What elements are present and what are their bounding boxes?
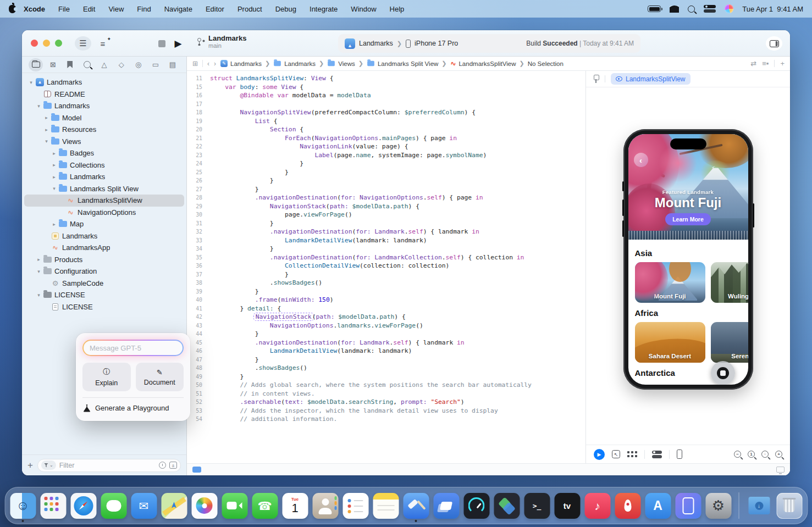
code-line[interactable]: 48 .showsBadges(): [187, 364, 585, 373]
dock-shortcuts-icon[interactable]: [494, 493, 520, 519]
coding-assistant-button[interactable]: ≡: [96, 36, 110, 51]
code-line[interactable]: 30 page.viewForPage(): [187, 210, 585, 219]
navigator-tab-breakpoints[interactable]: ▭: [148, 58, 163, 71]
disclosure-down-icon[interactable]: ▾: [27, 80, 35, 85]
code-line[interactable]: 15 var body: some View {: [187, 83, 585, 92]
run-destination[interactable]: iPhone 17 Pro: [415, 40, 458, 47]
tree-item-views[interactable]: ▾Views: [24, 136, 184, 148]
navigator-tab-find[interactable]: [80, 58, 94, 71]
disclosure-right-icon[interactable]: ▸: [51, 151, 58, 156]
siri-icon[interactable]: [725, 4, 733, 13]
dock-terminal-icon[interactable]: >_: [524, 493, 550, 519]
zoom-in-button[interactable]: +: [775, 451, 782, 458]
display-icon[interactable]: [776, 467, 785, 473]
apple-menu-icon[interactable]: [9, 5, 16, 13]
tree-item-readme[interactable]: README: [24, 88, 184, 101]
tree-item-license[interactable]: LICENSE: [24, 301, 184, 313]
landmark-card-wulingyuan[interactable]: Wulingyuan: [711, 262, 748, 303]
project-status[interactable]: Landmarks main: [197, 34, 246, 49]
dock-simulator-icon[interactable]: [675, 493, 701, 519]
code-line[interactable]: 45 .navigationDestination(for: Landmark.…: [187, 339, 585, 347]
code-line[interactable]: 38 .showsBadges(): [187, 279, 585, 287]
tree-item-configuration[interactable]: ▾Configuration: [24, 265, 184, 278]
dock-maps-icon[interactable]: [161, 493, 187, 519]
code-line[interactable]: 29 NavigationStack(path: $modelData.path…: [187, 202, 585, 211]
tree-item-landmarksapp[interactable]: ∿LandmarksApp: [24, 242, 184, 254]
menu-item-help[interactable]: Help: [384, 4, 410, 14]
breadcrumb-item-2[interactable]: Views: [327, 60, 355, 67]
code-line[interactable]: 54 // additional information.: [187, 415, 585, 424]
selectable-mode-button[interactable]: ↖: [612, 450, 620, 458]
build-status[interactable]: Build Succeeded | Today at 9:41 AM: [526, 40, 634, 47]
code-line[interactable]: 22 NavigationLink(value: page) {: [187, 142, 585, 151]
disclosure-down-icon[interactable]: ▾: [35, 103, 42, 109]
code-line[interactable]: 19 List {: [187, 117, 585, 126]
code-line[interactable]: 32 .navigationDestination(for: Landmark.…: [187, 228, 585, 236]
code-line[interactable]: 16 @Bindable var modelData = modelData: [187, 91, 585, 100]
minimize-button[interactable]: [43, 40, 50, 47]
menu-item-view[interactable]: View: [103, 4, 129, 14]
code-line[interactable]: 31 }: [187, 219, 585, 228]
back-chevron-button[interactable]: ‹: [634, 153, 648, 167]
filter-options-icon[interactable]: ⌄: [41, 461, 56, 470]
tree-item-landmarks[interactable]: ▾Landmarks: [24, 100, 184, 112]
breadcrumb-item-5[interactable]: No Selection: [528, 60, 564, 67]
disclosure-right-icon[interactable]: ▸: [35, 257, 42, 262]
dock-xcode-icon[interactable]: [403, 493, 429, 519]
preview-device-button[interactable]: [677, 450, 682, 459]
disclosure-right-icon[interactable]: ▸: [43, 127, 50, 132]
pin-preview-icon[interactable]: [593, 75, 599, 83]
dock-settings-icon[interactable]: ⚙: [705, 493, 731, 519]
navigator-tab-source-control[interactable]: ⊠: [46, 58, 60, 71]
menu-item-debug[interactable]: Debug: [270, 4, 302, 14]
code-line[interactable]: 52 .searchable(text: $modelData.searchSt…: [187, 398, 585, 407]
navigator-toggle-button[interactable]: ☰: [75, 36, 91, 51]
code-line[interactable]: 20 Section {: [187, 125, 585, 134]
code-review-icon[interactable]: ⇄: [750, 59, 756, 68]
tree-item-navigationoptions[interactable]: ∿NavigationOptions: [24, 207, 184, 219]
dock-appstore-icon[interactable]: A: [645, 493, 671, 519]
zoom-scan-button[interactable]: ◦: [761, 451, 769, 458]
dock-launchpad-icon[interactable]: [40, 493, 66, 519]
forward-button[interactable]: ›: [214, 60, 216, 68]
disclosure-right-icon[interactable]: ▸: [51, 221, 58, 227]
menu-item-editor[interactable]: Editor: [200, 4, 230, 14]
dock-notes-icon[interactable]: [373, 493, 399, 519]
explain-button[interactable]: ⓘ Explain: [82, 363, 131, 391]
code-line[interactable]: 36 CollectionDetailView(collection: coll…: [187, 262, 585, 270]
tree-item-resources[interactable]: ▸Resources: [24, 124, 184, 136]
landmark-card-sahara-desert[interactable]: Sahara Desert: [635, 322, 705, 363]
dock-music-icon[interactable]: ♪: [584, 493, 610, 519]
code-line[interactable]: 50 // Adds global search, where the syst…: [187, 381, 585, 390]
device-settings-button[interactable]: [652, 451, 662, 458]
code-line[interactable]: 42 NavigationStack(path: $modelData.path…: [187, 313, 585, 321]
tree-item-landmarks[interactable]: ▸Landmarks: [24, 171, 184, 183]
learn-more-button[interactable]: Learn More: [665, 213, 711, 225]
code-line[interactable]: 53 // Adds the inspector, which the land…: [187, 407, 585, 415]
menu-item-integrate[interactable]: Integrate: [304, 4, 343, 14]
code-line[interactable]: 49 }: [187, 373, 585, 381]
tree-item-license[interactable]: ▾LICENSE: [24, 289, 184, 301]
code-line[interactable]: 46 LandmarkDetailView(landmark: landmark…: [187, 347, 585, 356]
code-line[interactable]: 21 ForEach(NavigationOptions.mainPages) …: [187, 134, 585, 143]
dock-appletv-icon[interactable]: tv: [554, 493, 580, 519]
assistant-message-input[interactable]: Message GPT-5: [84, 341, 183, 355]
code-line[interactable]: 33 LandmarkDetailView(landmark: landmark…: [187, 236, 585, 245]
code-line[interactable]: 35 .navigationDestination(for: LandmarkC…: [187, 253, 585, 262]
dock-contacts-icon[interactable]: [312, 493, 338, 519]
code-line[interactable]: 27 }: [187, 185, 585, 194]
related-items-icon[interactable]: ⊞: [192, 60, 198, 68]
tree-item-landmarks[interactable]: Landmarks: [24, 230, 184, 242]
dock-freeform-icon[interactable]: [433, 493, 459, 519]
close-button[interactable]: [31, 40, 38, 47]
scheme-name[interactable]: Landmarks: [359, 40, 393, 47]
menu-item-product[interactable]: Product: [232, 4, 268, 14]
breadcrumb-item-0[interactable]: ✎Landmarks: [220, 60, 262, 67]
code-line[interactable]: 47 }: [187, 356, 585, 364]
preview-tab[interactable]: LandmarksSplitView: [611, 73, 691, 85]
code-line[interactable]: 24 }: [187, 159, 585, 168]
navigator-tab-debug[interactable]: ◎: [131, 58, 146, 71]
code-line[interactable]: 44 }: [187, 330, 585, 339]
live-preview-button[interactable]: ▶: [594, 449, 605, 460]
iphone-preview[interactable]: ‹ Featured Landmark Mount Fuji Learn Mor…: [623, 129, 753, 390]
